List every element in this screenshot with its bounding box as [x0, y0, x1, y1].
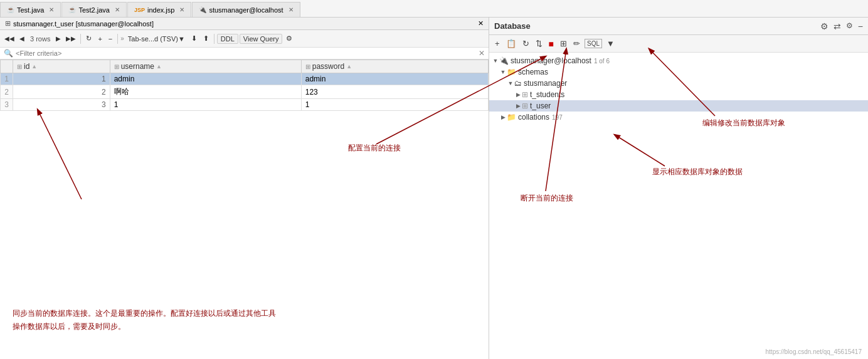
tree-root[interactable]: ▼ 🔌 stusmanager@localhost 1 of 6 — [489, 55, 868, 66]
download-btn[interactable]: ⬇ — [189, 33, 199, 44]
db-panel-title: Database — [494, 21, 531, 31]
refresh-btn[interactable]: ↻ — [83, 33, 94, 44]
col-header-username[interactable]: ⊞ username ▲ — [110, 60, 301, 73]
tsv-btn[interactable]: Tab-se...d (TSV)▼ — [125, 34, 188, 44]
add-row-btn[interactable]: + — [95, 34, 104, 44]
t-students-icon: ⊞ — [522, 90, 528, 99]
db-add-btn[interactable]: + — [493, 38, 502, 49]
table-row[interactable]: 2 2 啊哈 123 — [1, 85, 489, 99]
db-stop-btn[interactable]: ■ — [547, 38, 556, 49]
tab-close-index-jsp[interactable]: ✕ — [179, 6, 184, 13]
java-icon: ☕ — [7, 6, 14, 13]
db-sort-btn[interactable]: ⇅ — [534, 38, 544, 49]
tab-close-test-java[interactable]: ✕ — [49, 6, 54, 13]
sep2 — [117, 34, 118, 44]
ddl-btn[interactable]: DDL — [217, 34, 238, 44]
table-row[interactable]: 3 3 1 1 — [1, 99, 489, 111]
db-copy-btn[interactable]: 📋 — [504, 38, 518, 49]
tree-t-students[interactable]: ▶ ⊞ t_students — [489, 89, 868, 100]
t-user-icon: ⊞ — [522, 101, 528, 110]
java-icon2: ☕ — [68, 6, 76, 13]
tab-stusmanager[interactable]: 🔌 stusmanager@localhost ✕ — [192, 2, 300, 17]
schema-icon: 🗂 — [514, 79, 522, 88]
db-edit-btn[interactable]: ✏ — [571, 38, 582, 49]
t-students-label: t_students — [530, 90, 564, 99]
sep3 — [214, 34, 214, 44]
t-user-arrow: ▶ — [514, 103, 522, 109]
collations-label: collations — [518, 113, 549, 122]
cell-username[interactable]: admin — [110, 73, 301, 85]
nav-next-btn[interactable]: ▶ — [54, 34, 63, 43]
schemas-arrow: ▼ — [499, 69, 507, 75]
tab-close-test2-java[interactable]: ✕ — [115, 6, 120, 13]
collations-arrow: ▶ — [499, 114, 507, 120]
data-toolbar: ◀◀ ◀ 3 rows ▶ ▶▶ ↻ + − » Tab-se...d (TSV… — [0, 30, 489, 48]
table-row[interactable]: 1 1 admin admin — [1, 73, 489, 85]
tsv-label: Tab-se...d (TSV) — [128, 35, 178, 43]
config-icon[interactable]: ⚙ — [846, 21, 853, 31]
nav-first-btn[interactable]: ◀◀ — [3, 34, 16, 43]
tree-view: ▼ 🔌 stusmanager@localhost 1 of 6 ▼ 📁 sch… — [489, 53, 868, 359]
schemas-folder-icon: 📁 — [507, 68, 516, 76]
cell-id[interactable]: 2 — [13, 85, 110, 99]
remove-row-btn[interactable]: − — [106, 34, 115, 44]
db-header: Database ⚙ ⇄ ⚙ − — [489, 18, 868, 35]
filter-bar: 🔍 ✕ — [0, 48, 489, 60]
schemas-label: schemas — [518, 68, 548, 76]
col-header-password[interactable]: ⊞ password ▲ — [301, 60, 488, 73]
col-icon-username: ⊞ — [114, 63, 119, 70]
upload-btn[interactable]: ⬆ — [201, 33, 211, 44]
cell-id[interactable]: 3 — [13, 99, 110, 111]
db-header-icons: ⚙ ⇄ ⚙ − — [820, 21, 863, 31]
connection-icon: 🔌 — [199, 6, 206, 13]
collations-badge: 197 — [552, 114, 563, 121]
cell-password[interactable]: 1 — [301, 99, 488, 111]
cell-username[interactable]: 啊哈 — [110, 85, 301, 99]
tree-stusmanager-schema[interactable]: ▼ 🗂 stusmanager — [489, 78, 868, 89]
tab-index-jsp[interactable]: JSP index.jsp ✕ — [127, 2, 191, 17]
db-refresh-btn[interactable]: ↻ — [521, 38, 531, 49]
col-header-rownum — [1, 60, 13, 73]
nav-last-btn[interactable]: ▶▶ — [64, 34, 78, 43]
sync-annotation: 同步当前的数据库连接。这个是最重要的操作。配置好连接以后或通过其他工具 操作数据… — [13, 307, 276, 334]
col-icon-id: ⊞ — [17, 63, 22, 70]
root-label: stusmanager@localhost — [511, 56, 591, 65]
db-sql-btn[interactable]: SQL — [585, 39, 602, 48]
settings-icon[interactable]: ⚙ — [820, 21, 828, 31]
tree-t-user[interactable]: ▶ ⊞ t_user — [489, 100, 868, 112]
filter-input[interactable] — [16, 49, 476, 57]
col-header-id[interactable]: ⊞ id ▲ — [13, 60, 110, 73]
cell-id[interactable]: 1 — [13, 73, 110, 85]
t-students-arrow: ▶ — [514, 91, 522, 98]
tab-test-java[interactable]: ☕ Test.java ✕ — [0, 2, 61, 17]
tree-schemas[interactable]: ▼ 📁 schemas — [489, 66, 868, 78]
tab-test2-java[interactable]: ☕ Test2.java ✕ — [61, 2, 127, 17]
root-badge: 1 of 6 — [594, 58, 610, 65]
cell-password[interactable]: 123 — [301, 85, 488, 99]
query-title: stusmanager.t_user [stusmanager@localhos… — [13, 20, 154, 28]
stusmanager-arrow: ▼ — [507, 80, 514, 86]
filter-close-btn[interactable]: ✕ — [479, 49, 485, 58]
db-table-btn[interactable]: ⊞ — [558, 38, 569, 49]
sync-icon[interactable]: ⇄ — [834, 21, 841, 31]
right-panel: Database ⚙ ⇄ ⚙ − + 📋 ↻ ⇅ ■ ⊞ ✏ SQL ▼ — [489, 18, 868, 359]
sort-icon-password: ▲ — [346, 63, 352, 70]
db-filter-btn[interactable]: ▼ — [605, 38, 617, 49]
toolbar-settings-btn[interactable]: ⚙ — [283, 33, 295, 44]
minimize-icon[interactable]: − — [858, 21, 863, 31]
cell-password[interactable]: admin — [301, 73, 488, 85]
tab-close-stusmanager[interactable]: ✕ — [288, 6, 294, 13]
nav-prev-btn[interactable]: ◀ — [18, 34, 26, 43]
view-query-btn[interactable]: View Query — [240, 34, 283, 44]
stusmanager-label: stusmanager — [524, 79, 567, 88]
rows-label: 3 rows — [28, 35, 53, 43]
root-icon: 🔌 — [499, 56, 509, 65]
tree-collations[interactable]: ▶ 📁 collations 197 — [489, 112, 868, 123]
collations-icon: 📁 — [507, 113, 516, 122]
root-arrow: ▼ — [492, 58, 499, 64]
cell-username[interactable]: 1 — [110, 99, 301, 111]
close-query-btn[interactable]: ✕ — [478, 19, 484, 28]
row-num: 2 — [1, 85, 13, 99]
grid-icon: ⊞ — [5, 19, 11, 28]
nav-arrows: » — [120, 35, 124, 42]
